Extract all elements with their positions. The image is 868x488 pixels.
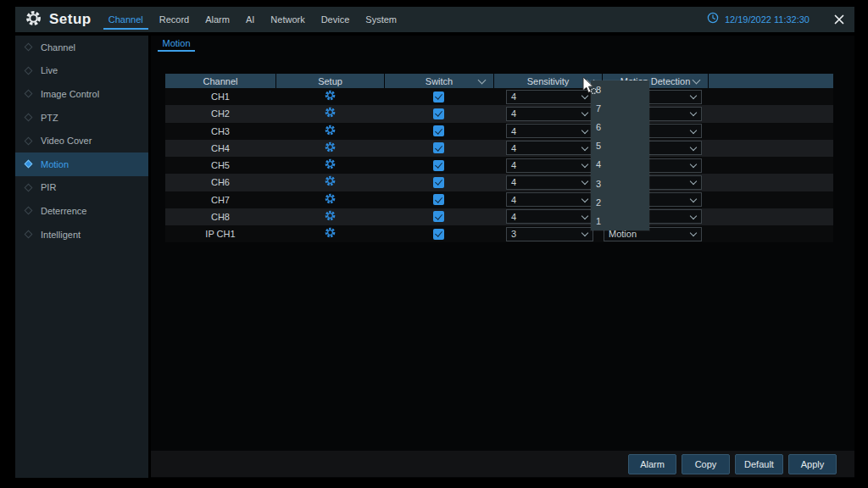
chevron-down-icon	[690, 230, 697, 236]
chevron-down-icon	[581, 178, 588, 185]
sensitivity-select[interactable]: 3	[506, 227, 593, 241]
sidebar-item-label: Video Cover	[41, 136, 92, 146]
sensitivity-select[interactable]: 4	[506, 158, 593, 173]
setup-gear-icon[interactable]	[325, 141, 336, 156]
switch-checkbox[interactable]	[433, 125, 444, 136]
diamond-icon	[25, 183, 33, 191]
default-button[interactable]: Default	[735, 454, 783, 474]
table-row: CH6 4	[165, 174, 833, 191]
sensitivity-select[interactable]: 4	[506, 192, 593, 207]
chevron-down-icon	[690, 126, 697, 133]
setup-gear-icon[interactable]	[325, 106, 336, 121]
table-row: CH5 4	[165, 157, 833, 174]
sidebar-item-motion[interactable]: Motion	[15, 152, 148, 176]
channel-label: IP CH1	[205, 229, 235, 239]
sensitivity-select[interactable]: 4	[506, 209, 593, 224]
setup-gear-icon[interactable]	[325, 175, 336, 190]
setup-gear-icon[interactable]	[325, 226, 336, 241]
setup-gear-icon[interactable]	[325, 158, 336, 173]
setup-gear-icon[interactable]	[325, 89, 336, 104]
alarm-button[interactable]: Alarm	[628, 454, 676, 474]
screen: Setup ChannelRecordAlarmAINetworkDeviceS…	[0, 0, 868, 488]
setup-gear-icon[interactable]	[325, 209, 336, 225]
sidebar-item-label: Channel	[41, 42, 75, 53]
dropdown-option-3[interactable]: 3	[591, 175, 649, 193]
tab-device[interactable]: Device	[320, 7, 352, 32]
switch-checkbox[interactable]	[433, 194, 444, 205]
sensitivity-select[interactable]: 4	[506, 107, 593, 121]
switch-checkbox[interactable]	[433, 92, 444, 103]
tab-network[interactable]: Network	[269, 7, 306, 32]
dropdown-option-6[interactable]: 6	[591, 118, 649, 136]
sidebar-item-ptz[interactable]: PTZ	[15, 106, 148, 130]
channel-label: CH6	[211, 177, 230, 187]
datetime: 12/19/2022 11:32:30	[725, 14, 810, 25]
tab-motion[interactable]: Motion	[158, 36, 195, 52]
content: Motion ChannelSetupSwitchSensitivityMoti…	[151, 36, 854, 478]
switch-checkbox[interactable]	[433, 177, 444, 188]
dropdown-option-1[interactable]: 1	[591, 212, 649, 230]
sensitivity-select[interactable]: 4	[506, 141, 593, 155]
setup-gear-icon[interactable]	[325, 124, 336, 139]
table-row: CH4 4	[165, 140, 833, 157]
diamond-icon	[25, 230, 33, 239]
apply-button[interactable]: Apply	[788, 454, 837, 474]
mouse-cursor	[581, 76, 600, 100]
switch-checkbox[interactable]	[433, 160, 444, 171]
switch-checkbox[interactable]	[433, 229, 444, 240]
table-body: CH1 4 CH2 4 CH3 4 CH4 4 CH5 4 CH6	[165, 88, 833, 242]
tab-record[interactable]: Record	[158, 7, 191, 32]
sidebar-item-label: Live	[41, 65, 58, 75]
diamond-icon	[25, 66, 33, 75]
chevron-down-icon	[690, 161, 697, 168]
copy-button[interactable]: Copy	[682, 454, 730, 474]
chevron-down-icon[interactable]	[693, 76, 701, 85]
channel-label: CH8	[211, 212, 230, 222]
tab-alarm[interactable]: Alarm	[203, 7, 231, 32]
table-row: CH8 4	[165, 208, 833, 225]
column-header-label: Setup	[318, 76, 342, 86]
sidebar-item-video-cover[interactable]: Video Cover	[15, 129, 148, 152]
sidebar-item-intelligent[interactable]: Intelligent	[15, 223, 148, 247]
sidebar-item-image-control[interactable]: Image Control	[15, 82, 148, 106]
column-header-label: Switch	[426, 76, 453, 86]
table-row: IP CH1 3 Motion	[165, 225, 833, 242]
column-header-blank	[708, 74, 833, 88]
setup-gear-icon[interactable]	[325, 192, 336, 208]
channel-label: CH4	[211, 143, 230, 153]
diamond-icon	[25, 136, 33, 145]
setup-gear-icon	[25, 10, 42, 30]
dropdown-option-2[interactable]: 2	[591, 193, 649, 212]
sidebar-item-live[interactable]: Live	[15, 59, 148, 83]
tab-system[interactable]: System	[364, 7, 398, 32]
switch-checkbox[interactable]	[433, 211, 444, 222]
chevron-down-icon	[581, 230, 588, 236]
dropdown-option-7[interactable]: 7	[591, 99, 649, 118]
chevron-down-icon	[581, 126, 588, 133]
sidebar-item-label: Deterrence	[41, 206, 86, 216]
topbar-right: 12/19/2022 11:32:30	[707, 12, 854, 27]
diamond-icon	[25, 90, 33, 98]
sidebar-item-pir[interactable]: PIR	[15, 176, 148, 200]
column-header-label: Sensitivity	[527, 76, 570, 86]
chevron-down-icon	[581, 195, 588, 202]
switch-checkbox[interactable]	[433, 108, 444, 119]
chevron-down-icon	[690, 109, 697, 116]
dropdown-option-5[interactable]: 5	[591, 136, 649, 155]
tab-ai[interactable]: AI	[244, 7, 256, 32]
sensitivity-select[interactable]: 4	[506, 175, 593, 190]
sidebar-item-deterrence[interactable]: Deterrence	[15, 199, 148, 223]
chevron-down-icon	[690, 195, 697, 202]
sensitivity-select[interactable]: 4	[506, 90, 593, 104]
sidebar-item-label: Motion	[41, 159, 69, 169]
sidebar-item-channel[interactable]: Channel	[15, 36, 148, 59]
sensitivity-select[interactable]: 4	[506, 124, 593, 138]
dropdown-option-4[interactable]: 4	[591, 155, 649, 174]
chevron-down-icon	[690, 92, 697, 99]
table-row: CH1 4	[165, 88, 833, 105]
chevron-down-icon[interactable]	[478, 76, 487, 85]
switch-checkbox[interactable]	[433, 142, 444, 153]
table-row: CH7 4	[165, 191, 833, 208]
tab-channel[interactable]: Channel	[107, 7, 145, 32]
close-icon[interactable]	[834, 14, 844, 25]
